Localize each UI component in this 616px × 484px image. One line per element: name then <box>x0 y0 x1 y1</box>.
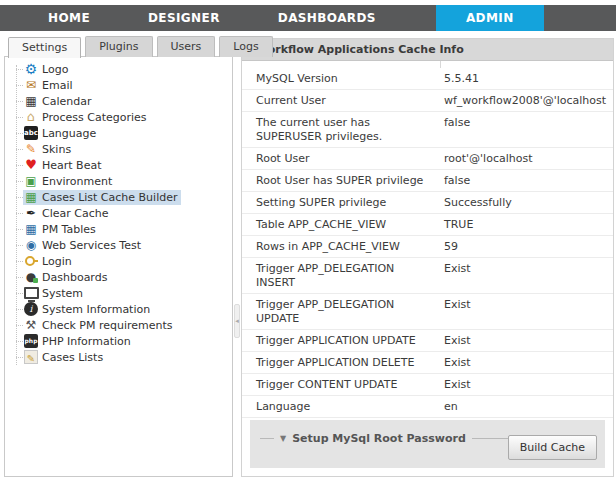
row-key: Root User <box>242 148 430 169</box>
chevron-down-icon[interactable]: ▼ <box>274 434 292 443</box>
fieldset-border-line <box>260 438 274 439</box>
nav-item-designer[interactable]: DESIGNER <box>128 5 240 31</box>
tab-settings[interactable]: Settings <box>8 37 81 58</box>
table-row: Root Userroot'@'localhost <box>242 148 613 170</box>
tab-plugins[interactable]: Plugins <box>85 36 152 57</box>
top-nav: HOME DESIGNER DASHBOARDS ADMIN <box>0 5 616 31</box>
table-icon <box>24 222 38 236</box>
sidebar-item-logo[interactable]: Logo <box>11 61 232 77</box>
window-icon <box>24 174 38 188</box>
sidebar-item-label: Email <box>42 79 73 92</box>
key-icon <box>24 254 38 268</box>
sidebar-item-cases-list-cache-builder[interactable]: Cases List Cache Builder <box>11 189 232 205</box>
tab-users[interactable]: Users <box>157 36 216 57</box>
sidebar-item-clear-cache[interactable]: Clear Cache <box>11 205 232 221</box>
sidebar-item-email[interactable]: Email <box>11 77 232 93</box>
categories-icon <box>24 110 38 124</box>
sidebar-item-system-information[interactable]: System Information <box>11 301 232 317</box>
sidebar-item-label: Logo <box>42 63 68 76</box>
gear-icon <box>24 62 38 76</box>
row-value: false <box>430 170 613 191</box>
table-row: MySQL Version5.5.41 <box>242 68 613 90</box>
row-key: Trigger CONTENT UPDATE <box>242 374 430 395</box>
splitter-collapse-handle[interactable]: ◂ <box>234 304 240 338</box>
row-key: Setting SUPER privilege <box>242 192 430 213</box>
row-value: Exist <box>430 330 613 351</box>
fieldset-legend-text: Setup MySql Root Password <box>292 432 472 445</box>
paintbrush-icon <box>24 142 38 156</box>
info-icon <box>24 302 38 316</box>
sidebar-item-check-pm-requirements[interactable]: Check PM requirements <box>11 317 232 333</box>
sidebar-item-language[interactable]: Language <box>11 125 232 141</box>
sidebar-item-dashboards[interactable]: Dashboards <box>11 269 232 285</box>
table-row: Table APP_CACHE_VIEWTRUE <box>242 214 613 236</box>
sidebar-item-label: Dashboards <box>42 271 107 284</box>
row-key: Trigger APP_DELEGATION INSERT <box>242 258 430 293</box>
sidebar-item-pm-tables[interactable]: PM Tables <box>11 221 232 237</box>
table-gear-icon <box>24 190 38 204</box>
table-row: Trigger APP_DELEGATION UPDATEExist <box>242 294 613 330</box>
sidebar-item-label: Skins <box>42 143 71 156</box>
sidebar-item-label: Web Services Test <box>42 239 141 252</box>
sidebar-item-label: Cases List Cache Builder <box>42 191 177 204</box>
sidebar-item-skins[interactable]: Skins <box>11 141 232 157</box>
table-row: Root User has SUPER privilegefalse <box>242 170 613 192</box>
sidebar-item-label: System Information <box>42 303 150 316</box>
row-key: Trigger APP_DELEGATION UPDATE <box>242 294 430 329</box>
settings-tree-panel: Logo Email Calendar Process Categories L… <box>4 56 233 477</box>
sidebar-item-label: Check PM requirements <box>42 319 173 332</box>
row-value: TRUE <box>430 214 613 235</box>
row-value: Exist <box>430 352 613 373</box>
row-value: 5.5.41 <box>430 68 613 89</box>
sidebar-item-label: PM Tables <box>42 223 96 236</box>
row-value: Successfully <box>430 192 613 213</box>
sidebar-item-process-categories[interactable]: Process Categories <box>11 109 232 125</box>
table-row: Trigger APP_DELEGATION INSERTExist <box>242 258 613 294</box>
pencil-paper-icon <box>24 350 38 364</box>
table-row: Trigger APPLICATION UPDATEExist <box>242 330 613 352</box>
sidebar-item-label: Clear Cache <box>42 207 108 220</box>
main-panel: Workflow Applications Cache Info MySQL V… <box>241 38 614 477</box>
calendar-icon <box>24 94 38 108</box>
brush-icon <box>24 206 38 220</box>
sidebar-item-heart-beat[interactable]: Heart Beat <box>11 157 232 173</box>
sidebar-item-cases-lists[interactable]: Cases Lists <box>11 349 232 365</box>
tab-logs[interactable]: Logs <box>219 36 272 57</box>
sidebar-item-label: Heart Beat <box>42 159 101 172</box>
sidebar-item-environment[interactable]: Environment <box>11 173 232 189</box>
sidebar-item-label: Login <box>42 255 72 268</box>
table-row: Rows in APP_CACHE_VIEW59 <box>242 236 613 258</box>
column-divider <box>440 61 441 68</box>
sidebar-item-php-information[interactable]: PHP Information <box>11 333 232 349</box>
web-services-icon <box>24 238 38 252</box>
table-row: Setting SUPER privilegeSuccessfully <box>242 192 613 214</box>
row-value: Exist <box>430 374 613 395</box>
nav-item-admin[interactable]: ADMIN <box>436 5 544 31</box>
row-key: Root User has SUPER privilege <box>242 170 430 191</box>
envelope-icon <box>24 78 38 92</box>
build-cache-button[interactable]: Build Cache <box>508 435 597 460</box>
table-row: The current user has SUPERUSER privilege… <box>242 112 613 148</box>
footer-panel: ▼ Setup MySql Root Password Build Cache <box>250 420 605 468</box>
nav-item-dashboards[interactable]: DASHBOARDS <box>258 5 396 31</box>
row-value: false <box>430 112 613 147</box>
nav-item-home[interactable]: HOME <box>28 5 110 31</box>
sidebar-item-login[interactable]: Login <box>11 253 232 269</box>
panel-title: Workflow Applications Cache Info <box>242 39 613 61</box>
sidebar-item-label: System <box>42 287 83 300</box>
sidebar-item-calendar[interactable]: Calendar <box>11 93 232 109</box>
sidebar-item-label: PHP Information <box>42 335 131 348</box>
sidebar-item-web-services-test[interactable]: Web Services Test <box>11 237 232 253</box>
sidebar-item-system[interactable]: System <box>11 285 232 301</box>
row-key: Rows in APP_CACHE_VIEW <box>242 236 430 257</box>
row-value: en <box>430 396 613 417</box>
row-value: Exist <box>430 258 613 293</box>
row-value: Exist <box>430 294 613 329</box>
row-key: Trigger APPLICATION UPDATE <box>242 330 430 351</box>
table-row: Languageen <box>242 396 613 418</box>
php-icon <box>24 334 38 348</box>
table-row: Current Userwf_workflow2008'@'localhost <box>242 90 613 112</box>
panel-splitter[interactable]: ◂ <box>233 36 241 477</box>
row-key: MySQL Version <box>242 68 430 89</box>
cache-info-table: MySQL Version5.5.41 Current Userwf_workf… <box>242 68 613 418</box>
